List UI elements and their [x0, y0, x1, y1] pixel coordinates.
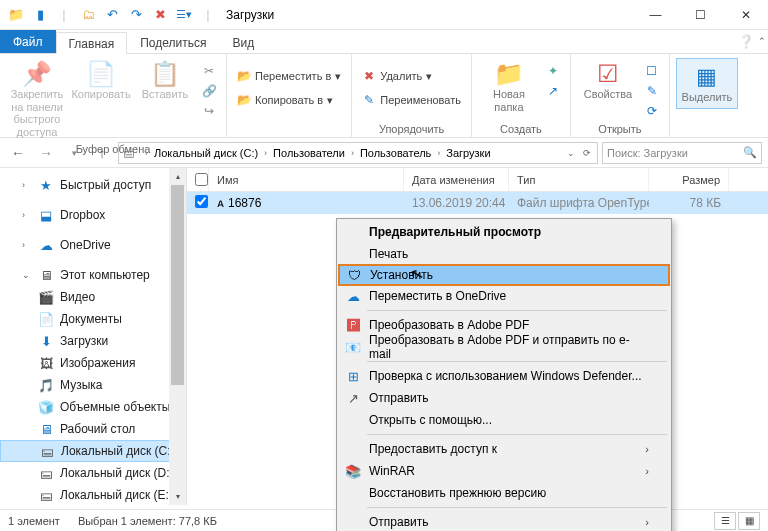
minimize-button[interactable]: — [633, 0, 678, 30]
maximize-button[interactable]: ☐ [678, 0, 723, 30]
addr-dropdown-icon[interactable]: ⌄ [563, 148, 579, 158]
nav-drive-c[interactable]: 🖴Локальный диск (C:) [0, 440, 186, 462]
ctx-open-with[interactable]: Открыть с помощью... [339, 409, 669, 431]
col-type[interactable]: Тип [509, 168, 649, 191]
nav-3d[interactable]: 🧊Объемные объекты [0, 396, 186, 418]
view-switcher: ☰ ▦ [714, 512, 760, 530]
pasteshortcut-small-button[interactable]: ↪ [198, 102, 220, 120]
view-details-button[interactable]: ☰ [714, 512, 736, 530]
nav-pictures[interactable]: 🖼Изображения [0, 352, 186, 374]
edit-icon: ✎ [645, 84, 659, 98]
crumb-3[interactable]: Загрузки [444, 147, 492, 159]
group-label: Упорядочить [379, 123, 444, 135]
new-item-button[interactable]: ✦ [542, 62, 564, 80]
properties-button[interactable]: ☑ Свойства [577, 58, 639, 103]
history-button[interactable]: ⟳ [641, 102, 663, 120]
properties-icon[interactable]: ☰▾ [176, 7, 192, 23]
desktop-icon: 🖥 [38, 422, 54, 437]
nav-quick-access[interactable]: ›★Быстрый доступ [0, 174, 186, 196]
ctx-pdf-email[interactable]: 📧Преобразовать в Adobe PDF и отправить п… [339, 336, 669, 358]
move-to-button[interactable]: 📂Переместить в ▾ [233, 67, 345, 85]
undo-icon[interactable]: ↶ [104, 7, 120, 23]
group-open: ☑ Свойства ☐ ✎ ⟳ Открыть [571, 54, 670, 137]
new-folder-button[interactable]: 📁 Новая папка [478, 58, 540, 115]
help-icon[interactable]: ❔ [738, 34, 754, 49]
paste-button[interactable]: 📋 Вставить [134, 58, 196, 103]
delete-icon: ✖ [362, 69, 376, 83]
nav-downloads[interactable]: ⬇Загрузки [0, 330, 186, 352]
ctx-install[interactable]: 🛡Установить [338, 264, 670, 286]
chevron-right-icon[interactable]: › [260, 148, 271, 158]
easy-access-button[interactable]: ↗ [542, 82, 564, 100]
nav-scrollbar[interactable]: ▴ ▾ [169, 168, 186, 505]
select-button[interactable]: ▦ Выделить [676, 58, 738, 109]
cut-small-button[interactable]: ✂ [198, 62, 220, 80]
scroll-down-icon[interactable]: ▾ [169, 488, 186, 505]
delete-icon[interactable]: ✖ [152, 7, 168, 23]
pin-quick-access-button[interactable]: 📌 Закрепить на панели быстрого доступа [6, 58, 68, 141]
copy-button[interactable]: 📄 Копировать [70, 58, 132, 103]
search-input[interactable]: Поиск: Загрузки 🔍 [602, 142, 762, 164]
rename-button[interactable]: ✎Переименовать [358, 91, 465, 109]
ctx-preview[interactable]: Предварительный просмотр [339, 221, 669, 243]
col-check[interactable] [187, 168, 209, 191]
window-title: Загрузки [226, 8, 274, 22]
nav-drive-d[interactable]: 🖴Локальный диск (D:) [0, 462, 186, 484]
nav-documents[interactable]: 📄Документы [0, 308, 186, 330]
nav-music[interactable]: 🎵Музыка [0, 374, 186, 396]
copy-to-button[interactable]: 📂Копировать в ▾ [233, 91, 337, 109]
crumb-2[interactable]: Пользователь [358, 147, 433, 159]
refresh-icon[interactable]: ⟳ [579, 148, 595, 158]
tab-file[interactable]: Файл [0, 30, 56, 53]
explorer-icon[interactable]: 🗂 [80, 7, 96, 23]
ctx-send-to[interactable]: Отправить› [339, 511, 669, 531]
newfolder-icon: 📁 [494, 60, 524, 88]
nav-onedrive[interactable]: ›☁OneDrive [0, 234, 186, 256]
delete-button[interactable]: ✖Удалить ▾ [358, 67, 436, 85]
window-controls: — ☐ ✕ [633, 0, 768, 30]
nav-videos[interactable]: 🎬Видео [0, 286, 186, 308]
label: Закрепить на панели быстрого доступа [8, 88, 66, 139]
crumb-0[interactable]: Локальный диск (C:) [152, 147, 260, 159]
tab-share[interactable]: Поделиться [127, 31, 219, 53]
tab-view[interactable]: Вид [219, 31, 267, 53]
nav-dropbox[interactable]: ›⬓Dropbox [0, 204, 186, 226]
crumb-1[interactable]: Пользователи [271, 147, 347, 159]
open-button[interactable]: ☐ [641, 62, 663, 80]
ctx-winrar[interactable]: 📚WinRAR› [339, 460, 669, 482]
ctx-share-access[interactable]: Предоставить доступ к› [339, 438, 669, 460]
col-date[interactable]: Дата изменения [404, 168, 509, 191]
ctx-print[interactable]: Печать [339, 243, 669, 265]
scroll-up-icon[interactable]: ▴ [169, 168, 186, 185]
pin-icon[interactable]: ▮ [32, 7, 48, 23]
nav-desktop[interactable]: 🖥Рабочий стол [0, 418, 186, 440]
ribbon-collapse-icon[interactable]: ⌃ [758, 36, 766, 46]
drive-icon: 🖴 [39, 444, 55, 459]
redo-icon[interactable]: ↷ [128, 7, 144, 23]
ctx-onedrive[interactable]: ☁Переместить в OneDrive [339, 285, 669, 307]
select-all-checkbox[interactable] [195, 173, 208, 186]
nav-drive-e[interactable]: 🖴Локальный диск (E:) [0, 484, 186, 505]
scroll-thumb[interactable] [171, 185, 184, 385]
view-icons-button[interactable]: ▦ [738, 512, 760, 530]
nav-back-button[interactable]: ← [6, 141, 30, 165]
row-checkbox[interactable] [195, 195, 208, 208]
nav-forward-button[interactable]: → [34, 141, 58, 165]
ctx-defender[interactable]: ⊞Проверка с использованием Windows Defen… [339, 365, 669, 387]
copy-icon: 📂 [237, 93, 251, 107]
ctx-send[interactable]: ↗Отправить [339, 387, 669, 409]
close-button[interactable]: ✕ [723, 0, 768, 30]
chevron-right-icon[interactable]: › [433, 148, 444, 158]
defender-icon: ⊞ [345, 369, 361, 384]
ctx-restore[interactable]: Восстановить прежнюю версию [339, 482, 669, 504]
breadcrumb[interactable]: 🖴 › Локальный диск (C:) › Пользователи ›… [118, 142, 598, 164]
chevron-right-icon[interactable]: › [347, 148, 358, 158]
separator [367, 310, 667, 311]
edit-button[interactable]: ✎ [641, 82, 663, 100]
table-row[interactable]: ᴀ16876 13.06.2019 20:44 Файл шрифта Open… [187, 192, 768, 214]
copypath-small-button[interactable]: 🔗 [198, 82, 220, 100]
tab-home[interactable]: Главная [56, 32, 128, 54]
col-name[interactable]: Имя [209, 168, 404, 191]
col-size[interactable]: Размер [649, 168, 729, 191]
nav-this-pc[interactable]: ⌄🖥Этот компьютер [0, 264, 186, 286]
